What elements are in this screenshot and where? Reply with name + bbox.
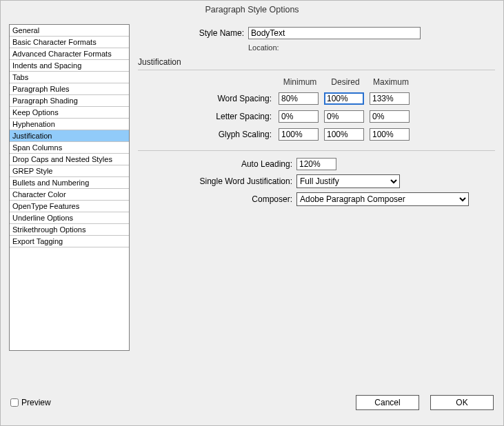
word-spacing-desired[interactable] [324,92,364,105]
sidebar-item-span-columns[interactable]: Span Columns [10,142,129,154]
dialog-footer: Preview Cancel OK [1,388,503,425]
letter-spacing-min[interactable] [279,110,319,123]
category-list[interactable]: GeneralBasic Character FormatsAdvanced C… [9,24,130,351]
location-label: Location: [248,43,283,52]
composer-select[interactable]: Adobe Paragraph Composer [296,192,469,206]
auto-leading-input[interactable] [296,158,336,170]
preview-checkbox[interactable] [10,398,19,407]
paragraph-style-dialog: Paragraph Style Options GeneralBasic Cha… [0,0,504,426]
dialog-body: GeneralBasic Character FormatsAdvanced C… [1,19,503,388]
sidebar-item-opentype-features[interactable]: OpenType Features [10,201,129,212]
sidebar-item-export-tagging[interactable]: Export Tagging [10,236,129,247]
sidebar-item-underline-options[interactable]: Underline Options [10,212,129,224]
style-name-input[interactable] [248,27,421,39]
word-spacing-min[interactable] [279,92,319,105]
col-des: Desired [324,77,367,87]
single-word-select[interactable]: Full Justify [296,174,400,188]
sidebar-item-bullets-and-numbering[interactable]: Bullets and Numbering [10,177,129,189]
letter-spacing-label: Letter Spacing: [138,112,276,121]
sidebar-item-grep-style[interactable]: GREP Style [10,165,129,177]
sidebar-item-basic-character-formats[interactable]: Basic Character Formats [10,37,129,48]
main-panel: Style Name: Location: Justification Mini… [138,24,495,388]
single-word-label: Single Word Justification: [138,176,296,186]
composer-label: Composer: [138,194,296,204]
sidebar-item-indents-and-spacing[interactable]: Indents and Spacing [10,60,129,72]
cancel-button[interactable]: Cancel [356,395,419,410]
sidebar-item-general[interactable]: General [10,25,129,37]
sidebar-item-paragraph-rules[interactable]: Paragraph Rules [10,83,129,95]
glyph-scaling-label: Glyph Scaling: [138,130,276,139]
dialog-title: Paragraph Style Options [1,1,503,19]
glyph-scaling-max[interactable] [370,128,410,141]
ok-button[interactable]: OK [430,395,494,410]
sidebar-item-justification[interactable]: Justification [10,130,129,142]
sidebar-item-hyphenation[interactable]: Hyphenation [10,119,129,130]
sidebar-item-paragraph-shading[interactable]: Paragraph Shading [10,95,129,107]
section-heading: Justification [138,57,495,67]
sidebar-item-drop-caps-and-nested-styles[interactable]: Drop Caps and Nested Styles [10,154,129,165]
col-max: Maximum [370,77,412,87]
auto-leading-label: Auto Leading: [138,159,296,169]
col-min: Minimum [279,77,321,87]
divider-rule [138,150,495,151]
sidebar-item-character-color[interactable]: Character Color [10,189,129,201]
sidebar-item-tabs[interactable]: Tabs [10,72,129,83]
glyph-scaling-min[interactable] [279,128,319,141]
sidebar-item-strikethrough-options[interactable]: Strikethrough Options [10,224,129,236]
section-rule [138,70,495,70]
preview-label: Preview [21,398,51,407]
sidebar-item-keep-options[interactable]: Keep Options [10,107,129,119]
word-spacing-label: Word Spacing: [138,94,276,103]
preview-checkbox-wrap[interactable]: Preview [10,398,51,407]
letter-spacing-desired[interactable] [324,110,364,123]
word-spacing-max[interactable] [370,92,410,105]
style-name-label: Style Name: [138,28,248,38]
sidebar-item-advanced-character-formats[interactable]: Advanced Character Formats [10,48,129,60]
letter-spacing-max[interactable] [370,110,410,123]
glyph-scaling-desired[interactable] [324,128,364,141]
spacing-grid: Minimum Desired Maximum Word Spacing: Le… [138,77,495,141]
